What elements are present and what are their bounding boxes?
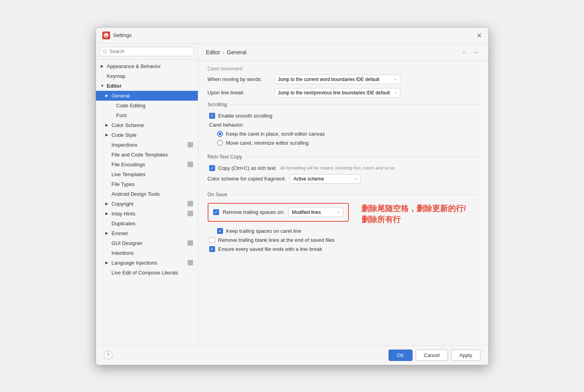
breadcrumb-current: General [227,49,247,55]
enable-smooth-checkbox[interactable] [209,113,215,119]
when-moving-label: When moving by words: [208,76,271,82]
sidebar-item-gui-designer[interactable]: GUI Designer [96,238,198,248]
caret-movement-partial-label: Caret movement [208,66,479,72]
copy-rich-helper: All formatting will be copied, including… [280,166,395,170]
remove-trailing-container: Remove trailing spaces on: Modified line… [208,203,479,225]
chevron-down-icon: ▼ [101,84,105,88]
sidebar-item-duplicates[interactable]: Duplicates [96,219,198,228]
sidebar-item-file-types[interactable]: File Types [96,179,198,189]
sidebar: ▶ Appearance & Behavior Keymap ▼ Editor … [96,44,198,345]
when-moving-select[interactable]: Jump to the current word boundaries IDE … [274,75,400,84]
copy-rich-row: Copy (Ctrl+C) as rich text All formattin… [208,165,479,171]
remove-blank-checkbox[interactable] [209,237,215,243]
dialog-title: Settings [113,32,132,38]
back-button[interactable]: ← [460,48,470,57]
chevron-right-icon: ▶ [105,94,110,98]
content-scroll: Caret movement When moving by words: Jum… [198,61,488,345]
title-bar-left: Settings [102,31,132,39]
radio-keep-row: Keep the caret in place, scroll editor c… [208,131,479,137]
sidebar-item-label: Copyright [112,201,134,207]
cancel-button[interactable]: Cancel [416,350,448,361]
chevron-right-icon: ▶ [105,133,110,137]
sidebar-item-label: Editor [107,83,122,89]
when-moving-row: When moving by words: Jump to the curren… [208,75,479,84]
sidebar-item-inlay-hints[interactable]: ▶ Inlay Hints [96,209,198,219]
breadcrumb-separator: › [223,49,225,55]
sidebar-item-emmet[interactable]: ▶ Emmet [96,228,198,238]
nav-tree: ▶ Appearance & Behavior Keymap ▼ Editor … [96,60,198,345]
sidebar-item-appearance[interactable]: ▶ Appearance & Behavior [96,61,198,71]
chevron-right-icon: ▶ [105,123,110,127]
sidebar-item-label: Font [116,112,127,118]
sidebar-item-intentions[interactable]: Intentions [96,248,198,258]
sidebar-item-copyright[interactable]: ▶ Copyright [96,199,198,209]
ok-button[interactable]: OK [389,350,413,361]
sidebar-item-android-design[interactable]: Android Design Tools [96,189,198,199]
help-button[interactable]: ? [104,351,112,359]
sidebar-item-live-templates[interactable]: Live Templates [96,169,198,179]
ensure-line-break-checkbox[interactable] [209,246,215,252]
sidebar-item-label: Code Style [112,132,137,138]
chevron-placeholder [105,241,110,245]
sidebar-item-code-style[interactable]: ▶ Code Style [96,130,198,140]
sidebar-item-color-scheme[interactable]: ▶ Color Scheme [96,120,198,130]
enable-smooth-label: Enable smooth scrolling [218,113,273,119]
close-button[interactable]: ✕ [477,33,482,38]
scrolling-section-title: Scrolling [208,101,479,109]
dialog-body: ▶ Appearance & Behavior Keymap ▼ Editor … [96,44,488,345]
keep-trailing-checkbox[interactable] [217,228,223,234]
footer-left: ? [104,351,112,359]
sidebar-item-editor[interactable]: ▼ Editor [96,81,198,91]
forward-button[interactable]: → [471,48,481,57]
color-scheme-row: Color scheme for copied fragment: Active… [208,174,479,184]
chevron-placeholder [110,113,115,117]
sidebar-item-inspections[interactable]: Inspections [96,140,198,150]
apply-button[interactable]: Apply [451,350,481,361]
nav-arrows: ← → [460,48,481,57]
sidebar-item-live-edit-compose[interactable]: Live Edit of Compose Literals [96,268,198,278]
chevron-placeholder [110,103,115,107]
keep-trailing-label: Keep trailing spaces on caret line [226,228,302,234]
upon-line-break-label: Upon line break: [208,90,271,96]
remove-trailing-checkbox[interactable] [213,209,219,215]
sidebar-item-label: Live Edit of Compose Literals [112,270,178,276]
sidebar-item-language-injections[interactable]: ▶ Language Injections [96,258,198,268]
footer-right: OK Cancel Apply [389,350,481,361]
chevron-right-icon: ▶ [101,64,105,68]
sidebar-item-label: Inspections [112,142,138,148]
chevron-placeholder [105,172,110,176]
sidebar-item-label: Color Scheme [112,122,144,128]
remove-blank-row: Remove trailing blank lines at the end o… [208,237,479,243]
radio-keep-label: Keep the caret in place, scroll editor c… [226,131,325,137]
radio-move-row: Move caret, minimize editor scrolling [208,140,479,146]
sidebar-item-label: Code Editing [116,103,146,109]
sidebar-item-label: Android Design Tools [112,191,160,197]
settings-icon [188,240,193,246]
sidebar-item-keymap[interactable]: Keymap [96,71,198,81]
sidebar-item-label: General [112,93,130,99]
sidebar-item-general[interactable]: ▶ General [96,91,198,101]
sidebar-item-file-encodings[interactable]: File Encodings [96,160,198,169]
search-input[interactable] [100,47,194,56]
upon-line-break-select[interactable]: Jump to the next/previous line boundarie… [274,88,400,98]
sidebar-item-label: Inlay Hints [112,211,136,217]
radio-move-caret[interactable] [217,140,223,146]
remove-trailing-select[interactable]: Modified lines All lines None [288,208,343,217]
sidebar-item-file-code-templates[interactable]: File and Code Templates [96,150,198,160]
sidebar-item-label: Keymap [107,73,126,79]
color-scheme-select[interactable]: Active scheme [290,174,361,184]
remove-blank-label: Remove trailing blank lines at the end o… [218,237,335,243]
sidebar-item-label: Duplicates [112,221,136,226]
sidebar-item-font[interactable]: Font [96,110,198,120]
copy-rich-label: Copy (Ctrl+C) as rich text [218,165,276,171]
chevron-right-icon: ▶ [105,231,110,235]
radio-keep-caret[interactable] [217,131,223,137]
keep-trailing-row: Keep trailing spaces on caret line [208,228,479,234]
sidebar-item-label: File and Code Templates [112,152,168,158]
sidebar-item-code-editing[interactable]: Code Editing [96,101,198,110]
chevron-placeholder [105,143,110,147]
copy-rich-checkbox[interactable] [209,165,215,171]
content-header: Editor › General ← → [198,44,488,61]
settings-icon [188,201,193,206]
ensure-line-break-row: Ensure every saved file ends with a line… [208,246,479,252]
